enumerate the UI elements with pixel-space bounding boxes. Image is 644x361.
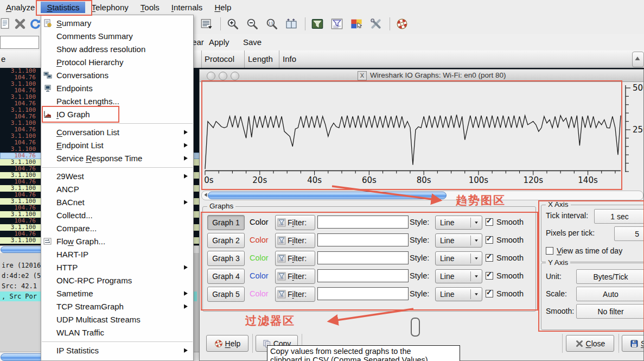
display-filter-button[interactable] [329, 16, 345, 31]
window-button-minimize[interactable] [219, 72, 227, 80]
detail-line[interactable]: Src: 42.1 [0, 281, 37, 291]
graph-2-filter-input[interactable] [317, 233, 409, 246]
menu-item-29west[interactable]: 29West [41, 170, 193, 183]
menu-item-conversation-list[interactable]: Conversation List [41, 126, 193, 139]
tick-interval-dropdown[interactable]: 1 sec [594, 209, 644, 224]
pixels-per-tick-dropdown[interactable]: 5 [614, 226, 644, 241]
menu-item-http[interactable]: HTTP [41, 261, 193, 274]
menubar-item-analyze[interactable]: Analyze [0, 2, 41, 13]
menu-item-compare[interactable]: Compare... [41, 222, 193, 235]
graph-1-toggle-button[interactable]: Graph 1 [207, 215, 245, 230]
view-time-of-day-label[interactable]: View as time of day [557, 246, 622, 255]
graph-2-smooth-checkbox[interactable] [486, 236, 493, 244]
menubar-item-help[interactable]: Help [208, 2, 237, 13]
close-file-button[interactable] [12, 16, 28, 31]
menu-item-comments-summary[interactable]: Comments Summary [41, 30, 193, 43]
coloring-rules-button[interactable] [348, 16, 365, 31]
help-button[interactable] [394, 16, 410, 31]
preferences-button[interactable] [368, 16, 384, 31]
graph-3-toggle-button[interactable]: Graph 3 [207, 251, 245, 266]
menu-item-ip-statistics[interactable]: IP Statistics [41, 344, 193, 357]
menu-item-endpoint-list[interactable]: Endpoint List [41, 139, 193, 152]
menu-item-flow-graph[interactable]: Flow Graph... [41, 235, 193, 248]
graph-1-filter-button[interactable]: Filter: [275, 215, 315, 230]
graph-4-filter-button[interactable]: Filter: [275, 269, 315, 284]
graph-4-filter-input[interactable] [317, 269, 409, 282]
menu-item-hart-ip[interactable]: HART-IP [41, 248, 193, 261]
menu-item-endpoints[interactable]: Endpoints [41, 82, 193, 95]
menu-item-wlan-traffic[interactable]: WLAN Traffic [41, 326, 193, 339]
scroll-up-button[interactable] [632, 52, 644, 67]
graph-1-filter-input[interactable] [317, 216, 409, 229]
graph-4-toggle-button[interactable]: Graph 4 [207, 269, 245, 284]
graph-5-toggle-button[interactable]: Graph 5 [207, 287, 245, 302]
detail-line[interactable]: ire (12016 [0, 261, 41, 270]
scale-dropdown[interactable]: Auto [576, 287, 644, 301]
apply-button[interactable]: Apply [209, 37, 229, 47]
capture-filter-button[interactable] [309, 16, 326, 31]
menu-item-io-graph[interactable]: IO Graph [41, 108, 193, 121]
menu-item-bacnet[interactable]: BACnet [41, 196, 193, 209]
column-header-length[interactable]: Length [248, 54, 273, 64]
window-button-zoom[interactable] [231, 72, 239, 80]
column-header-partial[interactable]: e [1, 54, 5, 64]
pane-resize-grip[interactable] [411, 318, 420, 337]
close-button[interactable]: Close [566, 335, 614, 352]
zoom-out-button[interactable] [244, 16, 260, 31]
zoom-100-button[interactable]: 1:1 [264, 16, 280, 31]
menubar-item-internals[interactable]: Internals [165, 2, 209, 13]
graph-4-style-dropdown[interactable]: Line [435, 269, 482, 283]
unit-dropdown[interactable]: Bytes/Tick [576, 269, 644, 284]
column-divider[interactable] [244, 50, 245, 68]
graph-2-style-dropdown[interactable]: Line [435, 233, 482, 248]
menu-item-protocol-hierarchy[interactable]: Protocol Hierarchy [41, 56, 193, 69]
save-button[interactable]: Save [622, 335, 644, 352]
menu-item-service-response-time[interactable]: Service Response Time [41, 152, 193, 165]
graph-hscrollbar[interactable] [201, 191, 643, 200]
zoom-in-button[interactable] [225, 16, 241, 31]
detail-line[interactable]: d:4d:e2 (5 [0, 271, 41, 281]
open-file-button[interactable] [0, 16, 13, 31]
graph-5-style-dropdown[interactable]: Line [435, 287, 482, 301]
menu-item-ancp[interactable]: ANCP [41, 183, 193, 196]
save-filter-button[interactable]: Save [243, 37, 262, 47]
graph-3-filter-button[interactable]: Filter: [275, 251, 315, 266]
menu-item-sametime[interactable]: Sametime [41, 287, 193, 300]
graph-2-filter-button[interactable]: Filter: [275, 233, 315, 248]
menu-item-summary[interactable]: Summary [41, 17, 193, 30]
menu-item-packet-lengths[interactable]: Packet Lengths... [41, 95, 193, 108]
menu-item-collectd[interactable]: Collectd... [41, 209, 193, 222]
menubar-item-tools[interactable]: Tools [135, 2, 165, 13]
io-graph-plot[interactable]: 0s20s40s60s80s100s120s140s500250 [203, 82, 644, 189]
menubar-item-telephony[interactable]: Telephony [85, 2, 134, 13]
display-filter-input[interactable] [0, 36, 39, 49]
window-button-close[interactable] [207, 72, 215, 80]
dialog-titlebar[interactable]: X Wireshark IO Graphs: Wi-Fi: en0 (port … [200, 69, 644, 82]
help-button[interactable]: Help [206, 335, 248, 352]
menu-item-tcp-streamgraph[interactable]: TCP StreamGraph [41, 300, 193, 313]
graph-5-smooth-checkbox[interactable] [486, 290, 493, 297]
graph-5-filter-button[interactable]: Filter: [275, 287, 315, 302]
graph-3-filter-input[interactable] [317, 251, 409, 264]
menu-item-onc-rpc-programs[interactable]: ONC-RPC Programs [41, 274, 193, 287]
packet-list-columns-button[interactable] [199, 16, 215, 31]
smooth-dropdown[interactable]: No filter [576, 304, 644, 319]
column-divider[interactable] [279, 50, 279, 68]
graph-3-smooth-checkbox[interactable] [486, 254, 493, 262]
graph-4-smooth-checkbox[interactable] [486, 272, 493, 280]
graph-5-filter-input[interactable] [317, 287, 409, 300]
menubar-item-statistics[interactable]: Statistics [41, 2, 85, 13]
column-header-protocol[interactable]: Protocol [205, 54, 234, 64]
scrollbar-thumb[interactable] [208, 192, 447, 199]
graph-1-style-dropdown[interactable]: Line [435, 216, 482, 230]
resize-columns-button[interactable] [283, 16, 299, 31]
menu-item-udp-multicast-streams[interactable]: UDP Multicast Streams [41, 313, 193, 326]
menu-item-show-address-resolution[interactable]: Show address resolution [41, 43, 193, 56]
graph-1-smooth-checkbox[interactable] [486, 218, 493, 226]
view-time-of-day-checkbox[interactable] [546, 247, 553, 255]
column-divider[interactable] [201, 50, 202, 68]
column-header-info[interactable]: Info [283, 54, 296, 64]
graph-2-toggle-button[interactable]: Graph 2 [207, 233, 245, 248]
menu-item-conversations[interactable]: Conversations [41, 69, 193, 82]
graph-3-style-dropdown[interactable]: Line [435, 251, 482, 265]
